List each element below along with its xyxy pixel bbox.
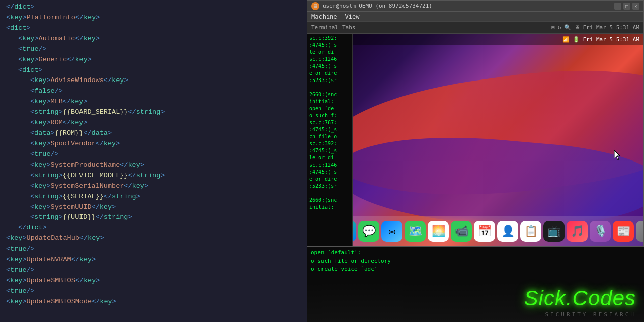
- qemu-titlebar: 🖥 user@hostm QEMU (on 8972c5734721) － □ …: [307, 1, 643, 12]
- dock-icon-photos[interactable]: 🌅: [428, 221, 449, 242]
- terminal-line: le or di: [309, 154, 350, 162]
- terminal-output-line: o create voice `adc': [311, 265, 640, 274]
- code-line: <key>Generic</key>: [0, 55, 307, 65]
- dock-icon-systemprefs[interactable]: ⚙️: [636, 221, 643, 242]
- restore-button[interactable]: □: [623, 3, 630, 10]
- terminal-line: e or dire: [309, 176, 350, 183]
- code-line: <true/>: [0, 44, 307, 55]
- code-line: <key>SystemSerialNumber</key>: [0, 181, 307, 192]
- terminal-tab[interactable]: Terminal: [311, 24, 338, 31]
- dock-icon-maps[interactable]: 🗺️: [405, 221, 426, 242]
- mouse-cursor: [614, 150, 620, 159]
- code-line: <key>MLB</key>: [0, 97, 307, 107]
- close-button[interactable]: ✕: [632, 3, 639, 10]
- topbar-icon-1: ⊞: [551, 24, 555, 31]
- terminal-line: sc.c:767:: [309, 119, 350, 126]
- right-panel: 🖥 user@hostm QEMU (on 8972c5734721) － □ …: [307, 0, 644, 322]
- macos-topbar: 📶 🔋 Fri Mar 5 5:31 AM: [353, 34, 643, 45]
- tabs-tab[interactable]: Tabs: [342, 24, 356, 31]
- terminal-line: :4745:(_s: [309, 42, 350, 49]
- code-line: <key>UpdateNVRAM</key>: [0, 255, 307, 265]
- terminal-line: :5233:(sr: [309, 183, 350, 190]
- terminal-line: :4745:(_s: [309, 147, 350, 154]
- dock-icon-podcasts[interactable]: 🎙️: [590, 221, 611, 242]
- code-line: <key>SpoofVendor</key>: [0, 139, 307, 149]
- dock-icon-calendar[interactable]: 📅: [474, 221, 495, 242]
- code-line: <key>SystemProductName</key>: [0, 160, 307, 171]
- dock-icon-reminders[interactable]: 📋: [520, 221, 541, 242]
- terminal-line: 2660:(snc: [309, 91, 350, 98]
- topbar-icon-2: ↻: [558, 24, 561, 31]
- terminal-line: [309, 84, 350, 91]
- qemu-toolbar: Terminal Tabs ⊞ ↻ 🔍 🖥 Fri Mar 5 5:31 AM: [307, 22, 643, 34]
- code-line: <false/>: [0, 86, 307, 97]
- code-line: <data>{{ROM}}</data>: [0, 128, 307, 139]
- macos-dock: 🔵 🚀 🧭 💬 ✉️ 🗺️ 🌅 📹 📅 👤 📋 📺 🎵 🎙️ 📰 ⚙️: [353, 216, 643, 246]
- terminal-line: ch file o: [309, 133, 350, 140]
- topbar-time: Fri Mar 5 5:31 AM: [583, 24, 639, 31]
- dock-icon-mail[interactable]: ✉️: [381, 221, 403, 242]
- code-line: <true/>: [0, 286, 307, 297]
- macos-desktop: 📶 🔋 Fri Mar 5 5:31 AM 🔵: [353, 34, 643, 246]
- code-line: <true/>: [0, 265, 307, 276]
- svg-marker-0: [614, 150, 620, 160]
- code-line: <string>{{BOARD_SERIAL}}</string>: [0, 107, 307, 118]
- sick-codes-branding: Sick.Codes SECURITY RESEARCH: [524, 286, 636, 318]
- dock-icon-music[interactable]: 🎵: [567, 221, 588, 242]
- terminal-line: e or dire: [309, 70, 350, 77]
- code-line: <string>{{DEVICE_MODEL}}</string>: [0, 171, 307, 181]
- dock-icon-contacts[interactable]: 👤: [497, 221, 518, 242]
- dock-icon-appletv[interactable]: 📺: [543, 221, 565, 242]
- dock-icon-facetime[interactable]: 📹: [451, 221, 472, 242]
- terminal-line: [309, 190, 350, 197]
- code-line: <true/>: [0, 244, 307, 255]
- sick-codes-banner: Sick.Codes SECURITY RESEARCH: [307, 282, 644, 322]
- code-line: <string>{{SERIAL}}</string>: [0, 192, 307, 202]
- terminal-line: :5233:(sr: [309, 77, 350, 84]
- terminal-line: 2660:(snc: [309, 197, 350, 204]
- code-line: <key>Automatic</key>: [0, 34, 307, 44]
- terminal-line: initial:: [309, 98, 350, 105]
- machine-menu[interactable]: Machine: [311, 13, 337, 20]
- toolbar-right: ⊞ ↻ 🔍 🖥 Fri Mar 5 5:31 AM: [551, 24, 639, 31]
- terminal-line: sc.c:392:: [309, 140, 350, 147]
- code-line: <key>SystemUUID</key>: [0, 202, 307, 213]
- qemu-window-controls: － □ ✕: [614, 3, 639, 10]
- code-line: <key>UpdateSMBIOS</key>: [0, 276, 307, 286]
- code-line: <key>PlatformInfo</key>: [0, 13, 307, 23]
- topbar-icon-3: 🔍: [564, 24, 571, 31]
- terminal-line: initial:: [309, 204, 350, 211]
- qemu-logo-icon: 🖥: [311, 2, 319, 10]
- code-line: <dict>: [0, 65, 307, 76]
- code-line: </dict>: [0, 2, 307, 13]
- macos-topbar-right: 📶 🔋 Fri Mar 5 5:31 AM: [562, 36, 639, 43]
- code-line: <dict>: [0, 23, 307, 34]
- terminal-line: sc.c:392:: [309, 35, 350, 42]
- dock-icon-safari[interactable]: 🧭: [353, 221, 356, 242]
- dock-icon-news[interactable]: 📰: [613, 221, 634, 242]
- code-line: <string>{{UUID}}</string>: [0, 212, 307, 223]
- terminal-line: :4745:(_s: [309, 169, 350, 176]
- topbar-icon-4: 🖥: [574, 24, 580, 31]
- code-line: <key>ROM</key>: [0, 118, 307, 128]
- code-line: <key>AdviseWindows</key>: [0, 75, 307, 86]
- qemu-title-left: 🖥 user@hostm QEMU (on 8972c5734721): [311, 2, 432, 10]
- toolbar-left: Terminal Tabs: [311, 24, 355, 31]
- terminal-line: :4745:(_s: [309, 126, 350, 133]
- macos-time: Fri Mar 5 5:31 AM: [583, 36, 639, 43]
- terminal-side-panel: sc.c:392: :4745:(_s le or di sc.c:1246 :…: [307, 34, 353, 246]
- code-line: <key>UpdateSMBIOSMode</key>: [0, 297, 307, 307]
- view-menu[interactable]: View: [345, 13, 360, 20]
- code-line: </dict>: [0, 223, 307, 233]
- macos-wallpaper: 📶 🔋 Fri Mar 5 5:31 AM: [353, 34, 643, 246]
- minimize-button[interactable]: －: [614, 3, 621, 10]
- terminal-line: sc.c:1246: [309, 56, 350, 63]
- code-line: <true/>: [0, 149, 307, 160]
- dock-icon-messages[interactable]: 💬: [358, 221, 379, 242]
- bottom-terminal: open `default': o such file or directory…: [307, 247, 644, 282]
- code-line: <key>UpdateDataHub</key>: [0, 233, 307, 244]
- sick-codes-subtitle: SECURITY RESEARCH: [545, 311, 636, 318]
- terminal-output-line: open `default':: [311, 249, 640, 257]
- qemu-menubar: Machine View: [307, 12, 643, 22]
- qemu-content: sc.c:392: :4745:(_s le or di sc.c:1246 :…: [307, 34, 643, 246]
